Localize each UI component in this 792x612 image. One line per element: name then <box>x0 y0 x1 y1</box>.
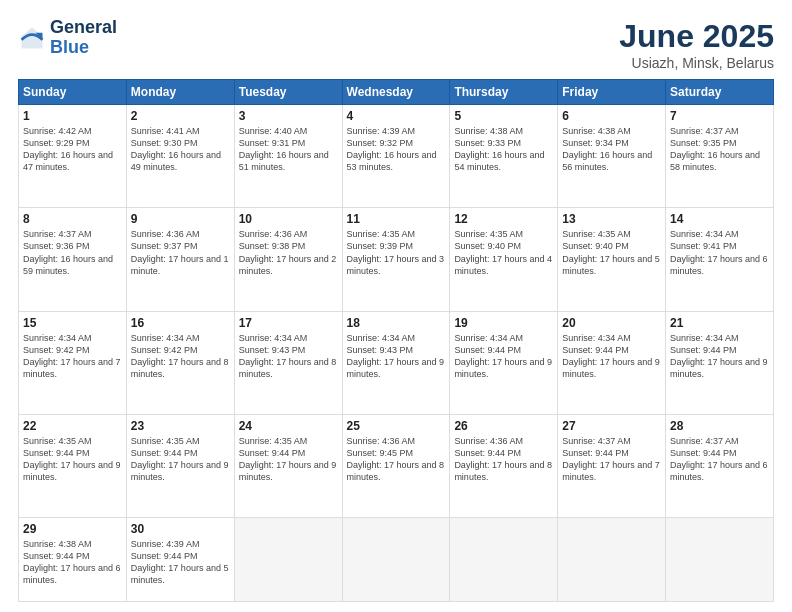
day-number: 17 <box>239 316 338 330</box>
day-info: Sunrise: 4:36 AMSunset: 9:44 PMDaylight:… <box>454 435 553 484</box>
table-row: 11 Sunrise: 4:35 AMSunset: 9:39 PMDaylig… <box>342 208 450 311</box>
day-number: 14 <box>670 212 769 226</box>
day-info: Sunrise: 4:34 AMSunset: 9:44 PMDaylight:… <box>670 332 769 381</box>
col-thursday: Thursday <box>450 80 558 105</box>
day-info: Sunrise: 4:35 AMSunset: 9:44 PMDaylight:… <box>23 435 122 484</box>
col-monday: Monday <box>126 80 234 105</box>
day-info: Sunrise: 4:34 AMSunset: 9:43 PMDaylight:… <box>347 332 446 381</box>
day-number: 7 <box>670 109 769 123</box>
day-info: Sunrise: 4:34 AMSunset: 9:44 PMDaylight:… <box>454 332 553 381</box>
table-row: 10 Sunrise: 4:36 AMSunset: 9:38 PMDaylig… <box>234 208 342 311</box>
day-number: 30 <box>131 522 230 536</box>
logo-text: General Blue <box>50 18 117 58</box>
day-info: Sunrise: 4:38 AMSunset: 9:34 PMDaylight:… <box>562 125 661 174</box>
day-number: 15 <box>23 316 122 330</box>
table-row: 17 Sunrise: 4:34 AMSunset: 9:43 PMDaylig… <box>234 311 342 414</box>
day-number: 21 <box>670 316 769 330</box>
logo-line1: General <box>50 18 117 38</box>
day-info: Sunrise: 4:42 AMSunset: 9:29 PMDaylight:… <box>23 125 122 174</box>
day-info: Sunrise: 4:35 AMSunset: 9:44 PMDaylight:… <box>239 435 338 484</box>
day-number: 6 <box>562 109 661 123</box>
table-row: 5 Sunrise: 4:38 AMSunset: 9:33 PMDayligh… <box>450 105 558 208</box>
day-number: 2 <box>131 109 230 123</box>
day-number: 13 <box>562 212 661 226</box>
logo-line2: Blue <box>50 38 117 58</box>
day-info: Sunrise: 4:36 AMSunset: 9:45 PMDaylight:… <box>347 435 446 484</box>
day-number: 26 <box>454 419 553 433</box>
table-row: 23 Sunrise: 4:35 AMSunset: 9:44 PMDaylig… <box>126 414 234 517</box>
calendar-header-row: Sunday Monday Tuesday Wednesday Thursday… <box>19 80 774 105</box>
table-row <box>342 518 450 602</box>
day-info: Sunrise: 4:35 AMSunset: 9:40 PMDaylight:… <box>454 228 553 277</box>
col-wednesday: Wednesday <box>342 80 450 105</box>
table-row: 27 Sunrise: 4:37 AMSunset: 9:44 PMDaylig… <box>558 414 666 517</box>
table-row: 2 Sunrise: 4:41 AMSunset: 9:30 PMDayligh… <box>126 105 234 208</box>
day-number: 4 <box>347 109 446 123</box>
day-number: 8 <box>23 212 122 226</box>
table-row: 21 Sunrise: 4:34 AMSunset: 9:44 PMDaylig… <box>666 311 774 414</box>
day-info: Sunrise: 4:40 AMSunset: 9:31 PMDaylight:… <box>239 125 338 174</box>
table-row <box>234 518 342 602</box>
day-number: 12 <box>454 212 553 226</box>
day-info: Sunrise: 4:36 AMSunset: 9:37 PMDaylight:… <box>131 228 230 277</box>
day-info: Sunrise: 4:34 AMSunset: 9:41 PMDaylight:… <box>670 228 769 277</box>
table-row: 20 Sunrise: 4:34 AMSunset: 9:44 PMDaylig… <box>558 311 666 414</box>
logo: General Blue <box>18 18 117 58</box>
header: General Blue June 2025 Usiazh, Minsk, Be… <box>18 18 774 71</box>
day-info: Sunrise: 4:34 AMSunset: 9:42 PMDaylight:… <box>131 332 230 381</box>
table-row: 7 Sunrise: 4:37 AMSunset: 9:35 PMDayligh… <box>666 105 774 208</box>
day-info: Sunrise: 4:38 AMSunset: 9:33 PMDaylight:… <box>454 125 553 174</box>
day-info: Sunrise: 4:34 AMSunset: 9:42 PMDaylight:… <box>23 332 122 381</box>
day-number: 5 <box>454 109 553 123</box>
table-row: 24 Sunrise: 4:35 AMSunset: 9:44 PMDaylig… <box>234 414 342 517</box>
day-info: Sunrise: 4:38 AMSunset: 9:44 PMDaylight:… <box>23 538 122 587</box>
col-saturday: Saturday <box>666 80 774 105</box>
table-row: 19 Sunrise: 4:34 AMSunset: 9:44 PMDaylig… <box>450 311 558 414</box>
table-row: 12 Sunrise: 4:35 AMSunset: 9:40 PMDaylig… <box>450 208 558 311</box>
table-row: 28 Sunrise: 4:37 AMSunset: 9:44 PMDaylig… <box>666 414 774 517</box>
table-row: 29 Sunrise: 4:38 AMSunset: 9:44 PMDaylig… <box>19 518 127 602</box>
table-row: 6 Sunrise: 4:38 AMSunset: 9:34 PMDayligh… <box>558 105 666 208</box>
day-number: 11 <box>347 212 446 226</box>
day-number: 23 <box>131 419 230 433</box>
day-number: 19 <box>454 316 553 330</box>
day-info: Sunrise: 4:35 AMSunset: 9:39 PMDaylight:… <box>347 228 446 277</box>
day-info: Sunrise: 4:37 AMSunset: 9:44 PMDaylight:… <box>562 435 661 484</box>
col-sunday: Sunday <box>19 80 127 105</box>
title-block: June 2025 Usiazh, Minsk, Belarus <box>619 18 774 71</box>
day-number: 22 <box>23 419 122 433</box>
day-number: 9 <box>131 212 230 226</box>
day-info: Sunrise: 4:34 AMSunset: 9:43 PMDaylight:… <box>239 332 338 381</box>
day-number: 24 <box>239 419 338 433</box>
table-row: 4 Sunrise: 4:39 AMSunset: 9:32 PMDayligh… <box>342 105 450 208</box>
day-info: Sunrise: 4:37 AMSunset: 9:35 PMDaylight:… <box>670 125 769 174</box>
table-row: 9 Sunrise: 4:36 AMSunset: 9:37 PMDayligh… <box>126 208 234 311</box>
table-row: 13 Sunrise: 4:35 AMSunset: 9:40 PMDaylig… <box>558 208 666 311</box>
table-row <box>558 518 666 602</box>
day-number: 27 <box>562 419 661 433</box>
day-number: 25 <box>347 419 446 433</box>
day-number: 1 <box>23 109 122 123</box>
day-number: 3 <box>239 109 338 123</box>
col-tuesday: Tuesday <box>234 80 342 105</box>
day-number: 18 <box>347 316 446 330</box>
table-row: 15 Sunrise: 4:34 AMSunset: 9:42 PMDaylig… <box>19 311 127 414</box>
day-info: Sunrise: 4:35 AMSunset: 9:40 PMDaylight:… <box>562 228 661 277</box>
day-info: Sunrise: 4:39 AMSunset: 9:44 PMDaylight:… <box>131 538 230 587</box>
main-title: June 2025 <box>619 18 774 55</box>
table-row: 25 Sunrise: 4:36 AMSunset: 9:45 PMDaylig… <box>342 414 450 517</box>
day-info: Sunrise: 4:36 AMSunset: 9:38 PMDaylight:… <box>239 228 338 277</box>
day-info: Sunrise: 4:34 AMSunset: 9:44 PMDaylight:… <box>562 332 661 381</box>
table-row: 16 Sunrise: 4:34 AMSunset: 9:42 PMDaylig… <box>126 311 234 414</box>
table-row <box>450 518 558 602</box>
table-row: 3 Sunrise: 4:40 AMSunset: 9:31 PMDayligh… <box>234 105 342 208</box>
calendar-table: Sunday Monday Tuesday Wednesday Thursday… <box>18 79 774 602</box>
day-info: Sunrise: 4:39 AMSunset: 9:32 PMDaylight:… <box>347 125 446 174</box>
day-number: 20 <box>562 316 661 330</box>
table-row: 14 Sunrise: 4:34 AMSunset: 9:41 PMDaylig… <box>666 208 774 311</box>
day-info: Sunrise: 4:37 AMSunset: 9:36 PMDaylight:… <box>23 228 122 277</box>
day-number: 10 <box>239 212 338 226</box>
subtitle: Usiazh, Minsk, Belarus <box>619 55 774 71</box>
day-info: Sunrise: 4:37 AMSunset: 9:44 PMDaylight:… <box>670 435 769 484</box>
page: General Blue June 2025 Usiazh, Minsk, Be… <box>0 0 792 612</box>
